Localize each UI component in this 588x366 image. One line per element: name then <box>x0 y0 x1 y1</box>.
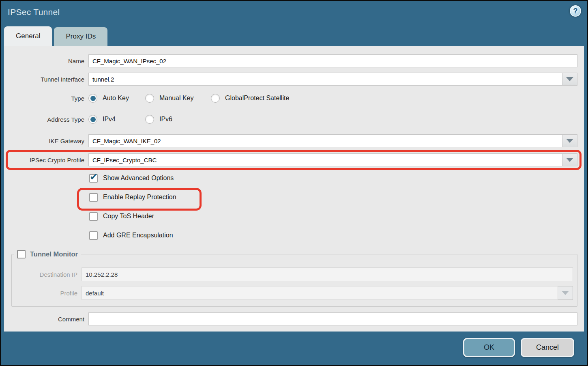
chevron-down-icon <box>566 139 573 143</box>
comment-input[interactable] <box>88 312 577 325</box>
type-row: Type Auto Key Manual Key GlobalProtect S… <box>4 93 577 103</box>
dialog-footer: OK Cancel <box>1 330 587 365</box>
show-advanced-options-row: ✔ Show Advanced Options <box>89 174 577 183</box>
name-label: Name <box>4 58 88 65</box>
add-gre-encapsulation-row: Add GRE Encapsulation <box>89 231 577 240</box>
radio-globalprotect-satellite[interactable]: GlobalProtect Satellite <box>211 94 289 103</box>
titlebar: IPSec Tunnel ? <box>1 1 587 26</box>
enable-replay-protection-row: Enable Replay Protection <box>89 193 577 202</box>
tab-general[interactable]: General <box>4 26 52 46</box>
address-type-radio-group: IPv4 IPv6 <box>88 115 577 124</box>
advanced-options-section: ✔ Show Advanced Options Enable Replay Pr… <box>89 174 577 240</box>
enable-replay-protection-label: Enable Replay Protection <box>103 194 176 201</box>
ike-gateway-select[interactable]: CF_Magic_WAN_IKE_02 <box>88 134 577 147</box>
ipsec-tunnel-dialog: IPSec Tunnel ? General Proxy IDs Name Tu… <box>0 0 588 366</box>
address-type-label: Address Type <box>4 116 88 123</box>
add-gre-encapsulation-label: Add GRE Encapsulation <box>103 232 173 239</box>
ike-gateway-value[interactable]: CF_Magic_WAN_IKE_02 <box>88 134 562 147</box>
radio-ipv4[interactable]: IPv4 <box>88 115 145 124</box>
tunnel-interface-value[interactable]: tunnel.2 <box>88 73 562 86</box>
tunnel-interface-dropdown-button[interactable] <box>562 73 577 86</box>
type-label: Type <box>4 95 88 102</box>
chevron-down-icon <box>562 291 569 295</box>
ipsec-crypto-profile-select[interactable]: CF_IPsec_Crypto_CBC <box>88 153 577 166</box>
ike-gateway-row: IKE Gateway CF_Magic_WAN_IKE_02 <box>4 134 577 147</box>
tunnel-monitor-checkbox[interactable] <box>17 250 26 258</box>
radio-selected-icon[interactable] <box>88 115 97 124</box>
profile-row: Profile default <box>12 286 573 300</box>
radio-unselected-icon[interactable] <box>211 94 220 103</box>
destination-ip-label: Destination IP <box>12 271 82 278</box>
show-advanced-options-label: Show Advanced Options <box>103 174 174 182</box>
radio-unselected-icon[interactable] <box>145 115 154 124</box>
ipsec-crypto-profile-dropdown-button[interactable] <box>562 153 577 166</box>
radio-manual-key[interactable]: Manual Key <box>145 94 211 103</box>
add-gre-encapsulation-checkbox[interactable] <box>89 231 98 240</box>
general-tab-panel: Name Tunnel Interface tunnel.2 Type Auto… <box>4 46 584 332</box>
ipsec-crypto-profile-row: IPSec Crypto Profile CF_IPsec_Crypto_CBC <box>4 153 577 166</box>
radio-auto-key[interactable]: Auto Key <box>88 94 145 103</box>
tab-proxy-ids[interactable]: Proxy IDs <box>54 27 107 46</box>
destination-ip-row: Destination IP 10.252.2.28 <box>12 267 573 281</box>
ipsec-crypto-profile-label: IPSec Crypto Profile <box>4 157 88 164</box>
profile-select: default <box>82 286 573 300</box>
profile-label: Profile <box>12 290 82 297</box>
tunnel-monitor-legend: Tunnel Monitor <box>14 250 81 258</box>
ike-gateway-label: IKE Gateway <box>4 138 88 144</box>
question-mark-glyph: ? <box>573 7 578 15</box>
tunnel-monitor-fieldset: Tunnel Monitor Destination IP 10.252.2.2… <box>11 250 577 307</box>
ok-button[interactable]: OK <box>463 338 515 357</box>
comment-label: Comment <box>4 316 88 323</box>
check-icon: ✔ <box>90 171 98 183</box>
type-radio-group: Auto Key Manual Key GlobalProtect Satell… <box>88 94 577 103</box>
radio-selected-icon[interactable] <box>88 94 97 103</box>
copy-tos-header-row: Copy ToS Header <box>89 212 577 221</box>
comment-row: Comment <box>4 312 577 325</box>
enable-replay-protection-checkbox[interactable] <box>89 193 98 202</box>
profile-dropdown-button <box>558 286 573 300</box>
address-type-row: Address Type IPv4 IPv6 <box>4 114 577 125</box>
ike-gateway-dropdown-button[interactable] <box>562 134 577 147</box>
tunnel-interface-row: Tunnel Interface tunnel.2 <box>4 73 577 86</box>
cancel-button[interactable]: Cancel <box>521 338 574 357</box>
radio-ipv6[interactable]: IPv6 <box>145 115 172 124</box>
radio-unselected-icon[interactable] <box>145 94 154 103</box>
tunnel-interface-select[interactable]: tunnel.2 <box>88 73 577 86</box>
ipsec-crypto-profile-value[interactable]: CF_IPsec_Crypto_CBC <box>88 153 562 166</box>
dialog-title: IPSec Tunnel <box>8 7 60 17</box>
show-advanced-options-checkbox[interactable]: ✔ <box>89 174 98 183</box>
copy-tos-header-label: Copy ToS Header <box>103 213 154 220</box>
destination-ip-input: 10.252.2.28 <box>82 267 573 281</box>
tab-bar: General Proxy IDs <box>4 26 107 46</box>
tunnel-interface-label: Tunnel Interface <box>4 76 88 83</box>
tunnel-monitor-label: Tunnel Monitor <box>30 250 78 258</box>
chevron-down-icon <box>566 158 573 162</box>
help-icon[interactable]: ? <box>570 5 581 17</box>
profile-value: default <box>82 286 558 300</box>
name-row: Name <box>4 54 577 67</box>
chevron-down-icon <box>566 77 573 81</box>
copy-tos-header-checkbox[interactable] <box>89 212 98 221</box>
name-input[interactable] <box>88 54 577 67</box>
